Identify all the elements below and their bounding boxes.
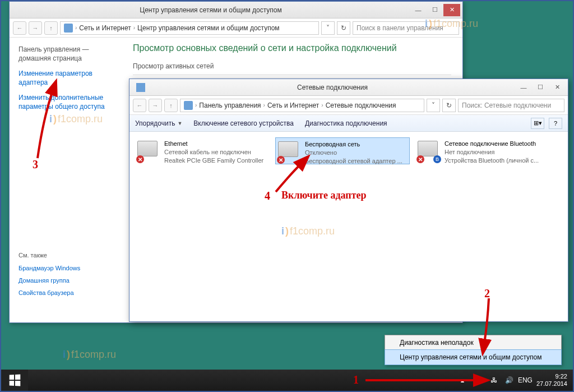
- sidebar-firewall[interactable]: Брандмауэр Windows: [18, 264, 113, 272]
- search-input[interactable]: Поиск: Сетевые подключени: [458, 99, 564, 112]
- chevron-icon: ›: [195, 102, 197, 108]
- minimize-button[interactable]: —: [410, 4, 427, 16]
- sidebar-adapter-settings[interactable]: Изменение параметровадаптера: [18, 70, 113, 87]
- annotation-number-3: 3: [33, 158, 38, 171]
- chevron-icon: ›: [133, 25, 135, 31]
- conn-device: Беспроводной сетевой адаптер ...: [305, 157, 402, 165]
- sidebar: Панель управления —домашняя страница Изм…: [10, 38, 122, 322]
- address-bar: ← → ↑ › Сеть и Интернет › Центр управлен…: [10, 19, 462, 38]
- window-title: Сетевые подключения: [241, 84, 424, 91]
- dropdown-button[interactable]: ˅: [427, 99, 440, 112]
- start-button[interactable]: [1, 370, 28, 391]
- maximize-button[interactable]: ☐: [427, 4, 443, 16]
- tray-action-icon[interactable]: ⚑: [474, 376, 483, 385]
- sidebar-home[interactable]: Панель управления —домашняя страница: [18, 45, 113, 63]
- conn-name: Сетевое подключение Bluetooth: [445, 140, 539, 148]
- view-button[interactable]: ⊞▾: [531, 118, 544, 129]
- crumb-conn[interactable]: Сетевые подключения: [326, 102, 396, 109]
- connection-wireless[interactable]: ✕ Беспроводная сеть Отключено Беспроводн…: [275, 137, 410, 164]
- sidebar-sharing-settings[interactable]: Изменить дополнительныепараметры общего …: [18, 94, 113, 111]
- window-title: Центр управления сетями и общим доступом: [112, 6, 311, 14]
- connection-ethernet[interactable]: ✕ Ethernet Сетевой кабель не подключен R…: [135, 137, 270, 164]
- page-title: Просмотр основных сведений о сети и наст…: [133, 43, 451, 53]
- close-button[interactable]: ✕: [549, 81, 566, 94]
- chevron-icon: ›: [321, 102, 323, 108]
- forward-button[interactable]: →: [29, 21, 42, 35]
- tray-volume-icon[interactable]: 🔊: [505, 376, 514, 385]
- diagnose-button[interactable]: Диагностика подключения: [305, 119, 387, 127]
- forward-button[interactable]: →: [149, 99, 162, 112]
- watermark: i)f1comp.ru: [49, 113, 103, 125]
- minimize-button[interactable]: —: [515, 81, 532, 94]
- disabled-icon: ✕: [136, 155, 144, 163]
- conn-name: Беспроводная сеть: [305, 140, 402, 149]
- crumb-cp[interactable]: Панель управления: [199, 102, 261, 109]
- annotation-text-4: Включите адаптер: [281, 190, 366, 201]
- see-also-label: См. также: [18, 252, 113, 259]
- breadcrumb[interactable]: › Сеть и Интернет › Центр управления сет…: [60, 21, 319, 35]
- crumb-network[interactable]: Сеть и Интернет: [79, 24, 131, 32]
- window-icon: [136, 83, 145, 92]
- nic-icon: ✕: [278, 140, 300, 163]
- conn-status: Сетевой кабель не подключен: [164, 148, 263, 156]
- connections-list: ✕ Ethernet Сетевой кабель не подключен R…: [129, 132, 568, 170]
- connection-bluetooth[interactable]: ✕B Сетевое подключение Bluetooth Нет под…: [415, 137, 550, 164]
- taskbar: ▴ ⚑ 🖧 🔊 ENG 9:22 27.07.2014: [1, 370, 573, 391]
- toolbar: Упорядочить▼ Включение сетевого устройст…: [129, 115, 568, 132]
- tray-network-icon[interactable]: 🖧: [489, 376, 498, 385]
- dropdown-button[interactable]: ˅: [321, 21, 335, 35]
- location-icon: [184, 101, 193, 110]
- chevron-icon: ›: [75, 25, 77, 31]
- crumb-center[interactable]: Центр управления сетями и общим доступом: [137, 24, 280, 32]
- annotation-number-1: 1: [353, 373, 359, 386]
- titlebar[interactable]: Сетевые подключения — ☐ ✕: [129, 79, 568, 96]
- titlebar[interactable]: Центр управления сетями и общим доступом…: [10, 2, 462, 19]
- watermark: i)f1comp.ru: [425, 18, 478, 30]
- organize-menu[interactable]: Упорядочить▼: [135, 119, 182, 127]
- enable-device-button[interactable]: Включение сетевого устройства: [193, 119, 294, 127]
- nic-icon: ✕: [137, 140, 160, 162]
- up-button[interactable]: ↑: [44, 21, 58, 35]
- maximize-button[interactable]: ☐: [532, 81, 549, 94]
- system-tray: ▴ ⚑ 🖧 🔊 ENG 9:22 27.07.2014: [452, 373, 573, 388]
- tray-lang[interactable]: ENG: [521, 376, 530, 385]
- up-button[interactable]: ↑: [164, 99, 178, 112]
- close-button[interactable]: ✕: [443, 4, 460, 16]
- conn-name: Ethernet: [164, 140, 263, 148]
- location-icon: [64, 24, 73, 33]
- refresh-button[interactable]: ↻: [337, 21, 350, 35]
- ctx-network-center[interactable]: Центр управления сетями и общим доступом: [385, 349, 562, 365]
- watermark: i)f1comp.ru: [281, 225, 335, 237]
- sidebar-browser[interactable]: Свойства браузера: [18, 289, 113, 297]
- disabled-icon: ✕: [277, 156, 285, 164]
- address-bar: ← → ↑ › Панель управления › Сеть и Интер…: [129, 96, 568, 115]
- tray-clock[interactable]: 9:22 27.07.2014: [536, 373, 567, 388]
- back-button[interactable]: ←: [13, 21, 26, 35]
- help-button[interactable]: ?: [549, 118, 562, 129]
- refresh-button[interactable]: ↻: [442, 99, 456, 112]
- conn-device: Realtek PCIe GBE Family Controller: [164, 156, 263, 165]
- tray-up-icon[interactable]: ▴: [458, 376, 467, 385]
- annotation-number-2: 2: [484, 287, 490, 300]
- watermark: i)f1comp.ru: [63, 349, 116, 361]
- annotation-number-4: 4: [265, 190, 270, 202]
- subheading: Просмотр активных сетей: [133, 62, 451, 70]
- windows-logo-icon: [10, 374, 21, 386]
- ctx-troubleshoot[interactable]: Диагностика неполадок: [385, 335, 561, 350]
- tray-context-menu: Диагностика неполадок Центр управления с…: [385, 335, 562, 365]
- back-button[interactable]: ←: [133, 99, 146, 112]
- breadcrumb[interactable]: › Панель управления › Сеть и Интернет › …: [180, 99, 424, 112]
- chevron-down-icon: ▼: [177, 121, 182, 126]
- conn-status: Нет подключения: [445, 148, 539, 156]
- chevron-icon: ›: [263, 102, 265, 108]
- conn-status: Отключено: [305, 149, 402, 157]
- crumb-net[interactable]: Сеть и Интернет: [267, 102, 319, 109]
- disabled-icon: ✕: [416, 155, 424, 163]
- bluetooth-icon: B: [433, 155, 441, 163]
- sidebar-homegroup[interactable]: Домашняя группа: [18, 276, 113, 284]
- conn-device: Устройства Bluetooth (личной с...: [445, 156, 539, 165]
- nic-icon: ✕B: [418, 140, 440, 162]
